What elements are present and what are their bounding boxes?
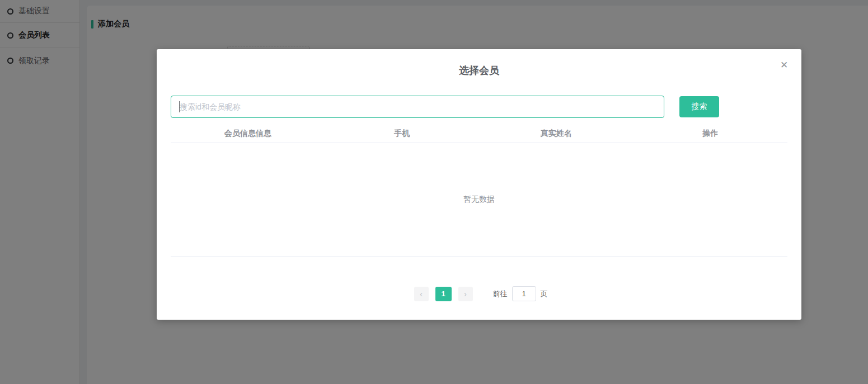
close-icon[interactable]: ✕ <box>778 59 790 72</box>
prev-page-button[interactable]: ‹ <box>414 287 429 301</box>
search-input-wrap <box>171 96 664 118</box>
pagination: ‹ 1 › 前往 页 <box>157 286 801 301</box>
column-header-real-name: 真实姓名 <box>479 129 634 139</box>
column-header-member-info: 会员信息信息 <box>171 129 325 139</box>
page-unit-label: 页 <box>541 289 548 299</box>
member-table: 会员信息信息 手机 真实姓名 操作 暂无数据 <box>171 124 787 257</box>
screen: 基础设置 会员列表 领取记录 添加会员 选择会员 ✕ 选择会员 <box>0 0 868 384</box>
goto-label: 前往 <box>493 289 508 299</box>
table-header-row: 会员信息信息 手机 真实姓名 操作 <box>171 124 787 143</box>
page-jumper: 前往 页 <box>493 286 548 301</box>
modal-title: 选择会员 <box>157 64 801 77</box>
text-caret <box>179 101 180 112</box>
search-input[interactable] <box>171 96 664 118</box>
next-page-button[interactable]: › <box>458 287 473 301</box>
empty-data-text: 暂无数据 <box>171 143 787 257</box>
column-header-phone: 手机 <box>325 129 480 139</box>
search-row: 搜索 <box>171 96 787 118</box>
column-header-actions: 操作 <box>634 129 788 139</box>
page-number-button[interactable]: 1 <box>435 287 452 301</box>
search-button[interactable]: 搜索 <box>679 96 719 117</box>
goto-page-input[interactable] <box>512 286 536 301</box>
select-member-modal: ✕ 选择会员 搜索 会员信息信息 手机 真实姓名 操作 暂无数据 ‹ 1 › 前… <box>157 49 801 320</box>
